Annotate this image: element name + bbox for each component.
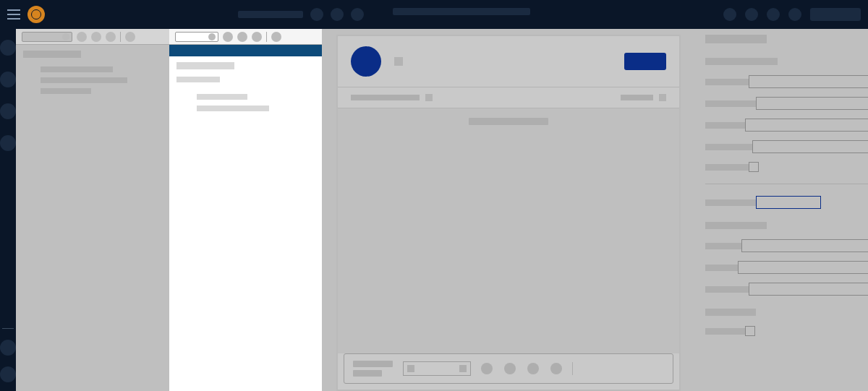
document-title[interactable] bbox=[393, 8, 530, 15]
footer-label-1 bbox=[353, 361, 393, 367]
outline-item[interactable] bbox=[41, 88, 91, 94]
editor-tab-2[interactable] bbox=[621, 94, 666, 101]
pages-sort-icon[interactable] bbox=[252, 32, 262, 42]
divider bbox=[266, 32, 267, 42]
prop-input-x[interactable] bbox=[749, 75, 868, 88]
zoom-dropdown[interactable] bbox=[403, 361, 471, 376]
top-help-icon[interactable] bbox=[767, 8, 780, 21]
hamburger-icon[interactable] bbox=[7, 9, 20, 20]
prop-row bbox=[705, 75, 868, 88]
top-chat-icon[interactable] bbox=[745, 8, 758, 21]
outline-toolbar bbox=[16, 29, 169, 45]
editor-title[interactable] bbox=[394, 57, 403, 66]
footer-label-2 bbox=[353, 370, 382, 377]
editor-tabs bbox=[338, 87, 679, 108]
top-action-1-icon[interactable] bbox=[310, 8, 323, 21]
prop-row bbox=[705, 239, 868, 252]
prop-input-h[interactable] bbox=[752, 140, 868, 153]
zoom-in-icon[interactable] bbox=[504, 363, 516, 374]
prop-input-y[interactable] bbox=[756, 97, 868, 110]
prop-row bbox=[705, 119, 868, 132]
share-button[interactable] bbox=[624, 53, 666, 70]
hand-tool-icon[interactable] bbox=[527, 363, 539, 374]
outline-sort-icon[interactable] bbox=[106, 32, 116, 42]
prop-input-font[interactable] bbox=[741, 239, 868, 252]
prop-input-opacity[interactable] bbox=[756, 196, 821, 209]
top-profile-button[interactable] bbox=[810, 8, 861, 21]
editor-tab-1[interactable] bbox=[351, 94, 433, 101]
nav-search-icon[interactable] bbox=[0, 103, 16, 119]
prop-row bbox=[705, 196, 868, 209]
editor-header bbox=[338, 36, 679, 87]
inspector-group-layout bbox=[705, 58, 778, 65]
nav-files-icon[interactable] bbox=[0, 72, 16, 87]
top-bar bbox=[0, 0, 868, 29]
breadcrumb-text[interactable] bbox=[238, 11, 303, 18]
outline-filter-icon[interactable] bbox=[91, 32, 101, 42]
prop-label-visible bbox=[705, 164, 749, 171]
prop-input-weight[interactable] bbox=[749, 283, 868, 296]
divider bbox=[572, 362, 573, 375]
inspector-body bbox=[695, 29, 868, 391]
prop-label-y bbox=[705, 100, 756, 107]
prop-checkbox-color[interactable] bbox=[745, 326, 755, 336]
editor-card bbox=[336, 35, 681, 391]
pages-item[interactable] bbox=[197, 94, 247, 100]
pages-selected-item[interactable] bbox=[169, 45, 322, 56]
pages-body bbox=[169, 56, 322, 123]
divider bbox=[120, 32, 121, 42]
content bbox=[16, 29, 868, 391]
outline-search-input[interactable] bbox=[22, 32, 72, 42]
footer-tool-group bbox=[481, 363, 562, 374]
pages-item[interactable] bbox=[197, 106, 269, 111]
nav-help-icon[interactable] bbox=[0, 340, 16, 356]
prop-label-weight bbox=[705, 286, 749, 293]
prop-label-opacity bbox=[705, 199, 756, 206]
prop-checkbox-visible[interactable] bbox=[749, 162, 759, 172]
outline-panel bbox=[16, 29, 169, 391]
top-avatar-icon[interactable] bbox=[788, 8, 801, 21]
outline-item[interactable] bbox=[41, 66, 113, 72]
prop-input-w[interactable] bbox=[745, 119, 868, 132]
rail-bottom-group bbox=[0, 328, 16, 382]
top-action-2-icon[interactable] bbox=[331, 8, 344, 21]
prop-input-size[interactable] bbox=[738, 261, 868, 274]
outline-body bbox=[16, 45, 169, 105]
inspector-panel bbox=[695, 29, 868, 391]
prop-row bbox=[705, 283, 868, 296]
pages-add-icon[interactable] bbox=[223, 32, 233, 42]
editor-panel bbox=[322, 29, 695, 391]
top-action-3-icon[interactable] bbox=[351, 8, 364, 21]
zoom-out-icon[interactable] bbox=[481, 363, 493, 374]
outline-item[interactable] bbox=[41, 77, 127, 83]
editor-tab-2-label bbox=[621, 95, 653, 100]
pages-more-icon[interactable] bbox=[271, 32, 281, 42]
grid-toggle-icon[interactable] bbox=[550, 363, 562, 374]
footer-label-group bbox=[353, 361, 393, 377]
top-center-group bbox=[52, 8, 716, 21]
editor-header-left bbox=[351, 46, 403, 77]
left-nav-rail bbox=[0, 29, 16, 391]
nav-account-icon[interactable] bbox=[0, 366, 16, 382]
rail-divider bbox=[2, 328, 14, 329]
pages-filter-icon[interactable] bbox=[237, 32, 247, 42]
prop-row bbox=[705, 162, 868, 172]
pages-subsection bbox=[176, 77, 220, 82]
outline-more-icon[interactable] bbox=[125, 32, 135, 42]
outline-add-icon[interactable] bbox=[77, 32, 87, 42]
inspector-title bbox=[705, 35, 767, 43]
top-notification-icon[interactable] bbox=[723, 8, 736, 21]
tab-indicator-icon bbox=[425, 94, 433, 101]
editor-footer bbox=[344, 353, 673, 384]
nav-home-icon[interactable] bbox=[0, 40, 16, 56]
pages-panel bbox=[169, 29, 322, 391]
inspector-group-fill bbox=[705, 309, 756, 316]
tab-indicator-icon bbox=[659, 94, 666, 101]
top-center-left bbox=[238, 8, 364, 21]
nav-settings-icon[interactable] bbox=[0, 135, 16, 151]
editor-avatar-icon[interactable] bbox=[351, 46, 381, 77]
editor-canvas[interactable] bbox=[338, 134, 679, 353]
pages-search-input[interactable] bbox=[175, 32, 218, 42]
app-logo[interactable] bbox=[27, 6, 45, 23]
prop-label-size bbox=[705, 265, 738, 271]
